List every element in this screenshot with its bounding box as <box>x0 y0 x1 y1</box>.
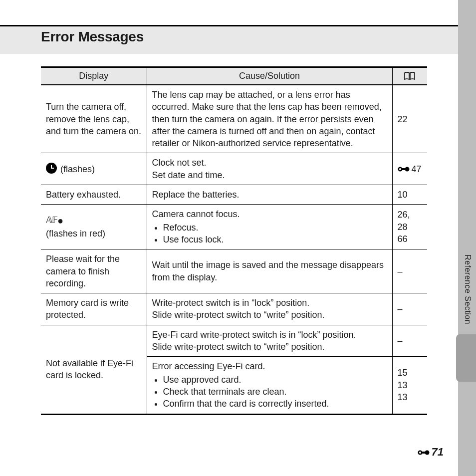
cause-cell: Wait until the image is saved and the me… <box>147 249 392 293</box>
reference-cell: – <box>392 325 427 357</box>
display-cell: Please wait for the camera to finish rec… <box>41 249 147 293</box>
clock-icon <box>46 163 57 174</box>
reference-cell: 22 <box>392 85 427 153</box>
display-cell: 𝔸𝔽●(flashes in red) <box>41 205 147 249</box>
error-messages-table: Display Cause/Solution Turn the camera o… <box>41 66 427 414</box>
reference-cell: – <box>392 293 427 325</box>
display-cell: Turn the camera off, remove the lens cap… <box>41 85 147 153</box>
list-item: Confirm that the card is correctly inser… <box>163 398 387 410</box>
reference-cell: 10 <box>392 185 427 205</box>
table-bottom-rule <box>41 414 427 415</box>
table-row: 𝔸𝔽●(flashes in red)Camera cannot focus.R… <box>41 205 427 249</box>
display-cell: Not available if Eye-Fi card is locked. <box>41 325 147 413</box>
page-title: Error Messages <box>41 29 144 45</box>
af-icon: 𝔸𝔽 <box>46 215 57 225</box>
cause-bullet-list: Use approved card.Check that terminals a… <box>152 374 387 410</box>
list-item: Use approved card. <box>163 374 387 386</box>
table-row: Not available if Eye-Fi card is locked.E… <box>41 325 427 357</box>
knob-icon <box>398 163 410 175</box>
reference-cell: 151313 <box>392 357 427 414</box>
page-right-grey-band <box>458 0 476 476</box>
reference-cell: – <box>392 249 427 293</box>
cause-cell: Error accessing Eye-Fi card.Use approved… <box>147 357 392 414</box>
reference-cell: 26, 2866 <box>392 205 427 249</box>
cause-cell: Clock not set.Set date and time. <box>147 153 392 185</box>
cause-bullet-list: Refocus.Use focus lock. <box>152 222 387 246</box>
section-thumb-tab <box>456 334 476 382</box>
table-row: Turn the camera off, remove the lens cap… <box>41 85 427 153</box>
record-dot-icon: ● <box>57 215 63 226</box>
cause-cell: Write-protect switch is in “lock” positi… <box>147 293 392 325</box>
cause-cell: Eye-Fi card write-protect switch is in “… <box>147 325 392 357</box>
error-messages-table-wrapper: Display Cause/Solution Turn the camera o… <box>41 66 427 415</box>
table-header-cause: Cause/Solution <box>147 67 392 85</box>
error-messages-tbody: Turn the camera off, remove the lens cap… <box>41 85 427 414</box>
table-header-reference <box>392 67 427 85</box>
section-side-label: Reference Section <box>463 254 472 324</box>
list-item: Refocus. <box>163 222 387 234</box>
cause-cell: The lens cap may be attached, or a lens … <box>147 85 392 153</box>
table-row: (flashes)Clock not set.Set date and time… <box>41 153 427 185</box>
display-cell: (flashes) <box>41 153 147 185</box>
display-cell: Battery exhausted. <box>41 185 147 205</box>
knob-icon <box>418 446 430 459</box>
display-cell: Memory card is write protected. <box>41 293 147 325</box>
list-item: Use focus lock. <box>163 234 387 245</box>
svg-rect-6 <box>420 452 427 454</box>
cause-cell: Camera cannot focus.Refocus.Use focus lo… <box>147 205 392 249</box>
table-row: Battery exhausted.Replace the batteries.… <box>41 185 427 205</box>
svg-rect-2 <box>400 168 407 170</box>
list-item: Check that terminals are clean. <box>163 386 387 398</box>
svg-point-7 <box>419 452 421 454</box>
svg-point-3 <box>399 168 401 170</box>
table-header-display: Display <box>41 67 147 85</box>
cause-cell: Replace the batteries. <box>147 185 392 205</box>
page-number: 71 <box>418 446 444 459</box>
table-row: Memory card is write protected.Write-pro… <box>41 293 427 325</box>
book-icon <box>404 71 415 81</box>
reference-cell: 47 <box>392 153 427 185</box>
table-row: Please wait for the camera to finish rec… <box>41 249 427 293</box>
